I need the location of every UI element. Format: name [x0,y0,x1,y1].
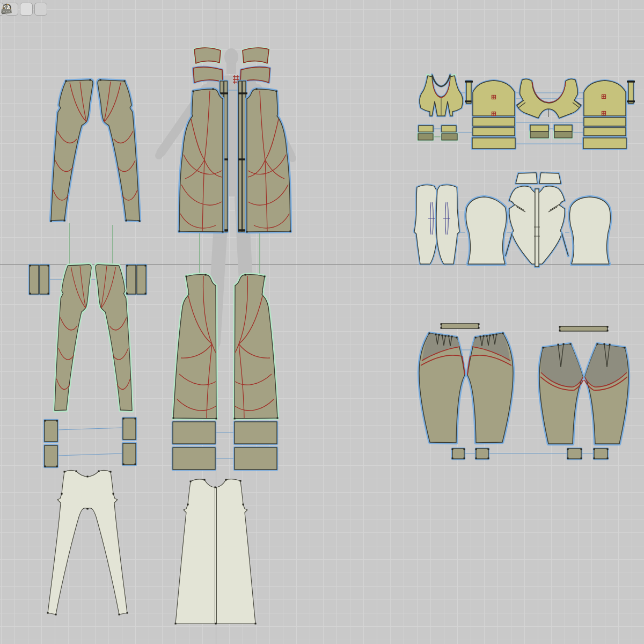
collar-band-left[interactable] [193,67,223,83]
pattern-pants-mid-left[interactable] [30,265,146,467]
pattern-bodice-set-top-right[interactable] [418,75,635,149]
pattern-canvas-2d[interactable]: i [0,0,644,644]
waistband-bar-right[interactable] [560,326,608,331]
pattern-pants-top-left[interactable] [51,80,140,221]
pattern-dress-block[interactable] [175,479,255,624]
collar-top-left[interactable] [194,48,221,63]
vest-back-2[interactable] [569,197,610,264]
hem-cuff-rects[interactable] [173,422,277,470]
coat-panel-right[interactable] [247,89,290,232]
neck-strap [432,75,450,86]
waist-tab-pair-1[interactable] [418,126,457,140]
measure-button[interactable] [49,3,62,16]
fabric-button[interactable] [20,3,33,16]
pattern-breeches-bottom-right[interactable] [419,324,628,459]
breeches-right-pair[interactable] [539,344,628,444]
pattern-coat-panels-mid-center[interactable] [173,275,277,470]
yoke-tab-pair[interactable] [516,173,561,184]
bodice-back-with-bands-2[interactable] [583,80,626,149]
viewport-toolbar: i [0,3,62,16]
vest-front-pair-with-darts[interactable] [414,185,459,264]
tape-measure-icon [0,3,13,16]
pattern-jumpsuit-block[interactable] [48,471,127,614]
collar-top-right[interactable] [243,48,269,63]
front-placket-strip[interactable] [535,189,539,267]
vest-back[interactable] [466,197,506,264]
pattern-drawing-layer [0,0,644,644]
waistband-bar-left[interactable] [441,324,479,328]
garment-lock-button[interactable] [34,3,47,16]
waist-tab-pair-2[interactable] [530,125,572,138]
pattern-vest-set-middle-right[interactable] [414,173,610,267]
bodice-front-scoop-neck[interactable] [420,75,463,116]
vest-front-pair-slit[interactable] [506,186,568,267]
bodice-back-with-bands[interactable] [472,80,515,149]
shoulder-strip-right[interactable] [627,81,635,104]
